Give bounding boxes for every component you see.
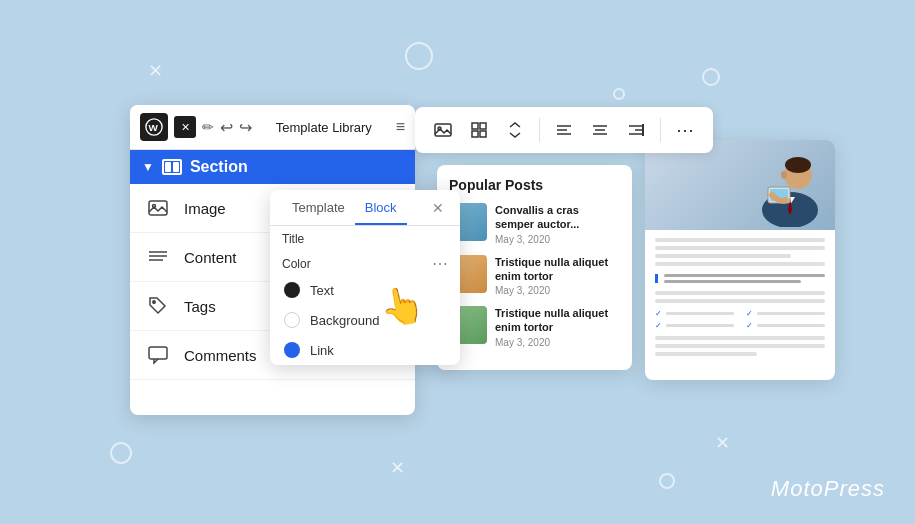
article-line-9 [655, 352, 757, 356]
wp-logo-icon: W [145, 118, 163, 136]
list-line-1 [666, 312, 734, 315]
close-editor-button[interactable]: ✕ [174, 116, 196, 138]
color-picker-close-button[interactable]: ✕ [428, 198, 448, 218]
deco-circle-5 [613, 88, 625, 100]
color-picker-popup: Template Block ✕ Title Color ⋯ Text Back… [270, 190, 460, 365]
article-line-2 [655, 246, 825, 250]
link-color-dot [284, 342, 300, 358]
section-label: Section [190, 158, 248, 176]
article-line-7 [655, 336, 825, 340]
sidebar-label-content: Content [184, 249, 237, 266]
post-date-3: May 3, 2020 [495, 337, 620, 348]
toolbar-align-left-button[interactable] [548, 114, 580, 146]
comments-icon [146, 343, 170, 367]
toolbar-title: Template Library [258, 120, 390, 135]
article-line-5 [655, 291, 825, 295]
article-list: ✓ ✓ ✓ ✓ [655, 309, 825, 330]
image-toolbar-icon [434, 121, 452, 139]
post-title-3: Tristique nulla aliquet enim tortor [495, 306, 620, 335]
motopress-logo: MotoPress [771, 476, 885, 502]
check-4: ✓ [746, 321, 753, 330]
deco-circle-4 [659, 473, 675, 489]
top-toolbar: ⋯ [415, 107, 713, 153]
deco-x-1: ✕ [148, 60, 163, 82]
deco-x-3: ✕ [715, 432, 730, 454]
color-color-label: Color [282, 257, 311, 271]
pencil-icon[interactable]: ✏ [202, 119, 214, 135]
post-date-1: May 3, 2020 [495, 234, 620, 245]
popular-posts-title-text: Popular Posts [449, 177, 543, 193]
post-info-1: Convallis a cras semper auctor... May 3,… [495, 203, 620, 245]
popular-posts-title: Popular Posts [449, 177, 620, 193]
post-date-2: May 3, 2020 [495, 285, 620, 296]
tab-block[interactable]: Block [355, 190, 407, 225]
color-option-link[interactable]: Link [270, 335, 460, 365]
svg-point-27 [785, 157, 811, 173]
deco-x-4: ✕ [390, 457, 405, 479]
color-more-icon[interactable]: ⋯ [432, 254, 448, 273]
article-line-3 [655, 254, 791, 258]
svg-rect-2 [149, 201, 167, 215]
content-icon [146, 245, 170, 269]
check-1: ✓ [655, 309, 662, 318]
color-section-color-row: Color ⋯ [270, 248, 460, 275]
deco-circle-3 [110, 442, 132, 464]
color-option-text[interactable]: Text [270, 275, 460, 305]
post-item-2[interactable]: Tristique nulla aliquet enim tortor May … [449, 255, 620, 297]
article-quote [655, 274, 825, 283]
align-center-toolbar-icon [591, 121, 609, 139]
svg-rect-14 [480, 131, 486, 137]
text-color-dot [284, 282, 300, 298]
redo-icon[interactable]: ↪ [239, 118, 252, 137]
section-header[interactable]: ▼ Section [130, 150, 415, 184]
article-line-1 [655, 238, 825, 242]
svg-text:W: W [149, 122, 159, 133]
grid-toolbar-icon [470, 121, 488, 139]
post-info-2: Tristique nulla aliquet enim tortor May … [495, 255, 620, 297]
section-chevron-icon: ▼ [142, 160, 154, 174]
blog-panel: Popular Posts Convallis a cras semper au… [437, 165, 632, 370]
article-line-8 [655, 344, 825, 348]
list-line-3 [666, 324, 734, 327]
deco-circle-2 [702, 68, 720, 86]
post-item-3[interactable]: Tristique nulla aliquet enim tortor May … [449, 306, 620, 348]
toolbar-menu-icon[interactable]: ≡ [396, 118, 405, 136]
sidebar-label-image: Image [184, 200, 226, 217]
toolbar-image-button[interactable] [427, 114, 459, 146]
deco-circle-1 [405, 42, 433, 70]
align-right-toolbar-icon [627, 121, 645, 139]
main-wrapper: ✕ ✕ ✕ ✕ W ✕ ✏ ↩ ↪ Template Library ≡ ▼ [0, 0, 915, 524]
check-2: ✓ [746, 309, 753, 318]
list-line-4 [757, 324, 825, 327]
background-color-dot [284, 312, 300, 328]
list-item-2: ✓ ✓ [655, 321, 825, 330]
image-icon [146, 196, 170, 220]
more-icon: ⋯ [676, 119, 695, 141]
chevrons-toolbar-icon [508, 121, 522, 139]
toolbar-align-center-button[interactable] [584, 114, 616, 146]
toolbar-more-button[interactable]: ⋯ [669, 114, 701, 146]
check-3: ✓ [655, 321, 662, 330]
toolbar-align-right-button[interactable] [620, 114, 652, 146]
color-section-title-row: Title [270, 226, 460, 248]
toolbar-grid-button[interactable] [463, 114, 495, 146]
tags-icon [146, 294, 170, 318]
align-left-toolbar-icon [555, 121, 573, 139]
post-item-1[interactable]: Convallis a cras semper auctor... May 3,… [449, 203, 620, 245]
link-option-label: Link [310, 343, 334, 358]
svg-rect-13 [472, 131, 478, 137]
undo-icon[interactable]: ↩ [220, 118, 233, 137]
svg-point-32 [781, 171, 787, 179]
post-title-2: Tristique nulla aliquet enim tortor [495, 255, 620, 284]
wp-logo: W [140, 113, 168, 141]
toolbar-chevrons-button[interactable] [499, 114, 531, 146]
color-option-background[interactable]: Background [270, 305, 460, 335]
tab-template[interactable]: Template [282, 190, 355, 225]
article-line-6 [655, 299, 825, 303]
quote-line-2 [664, 280, 801, 283]
text-option-label: Text [310, 283, 334, 298]
section-layout-icon [162, 159, 182, 175]
list-item-1: ✓ ✓ [655, 309, 825, 318]
svg-point-7 [153, 301, 155, 303]
wp-toolbar: W ✕ ✏ ↩ ↪ Template Library ≡ [130, 105, 415, 150]
